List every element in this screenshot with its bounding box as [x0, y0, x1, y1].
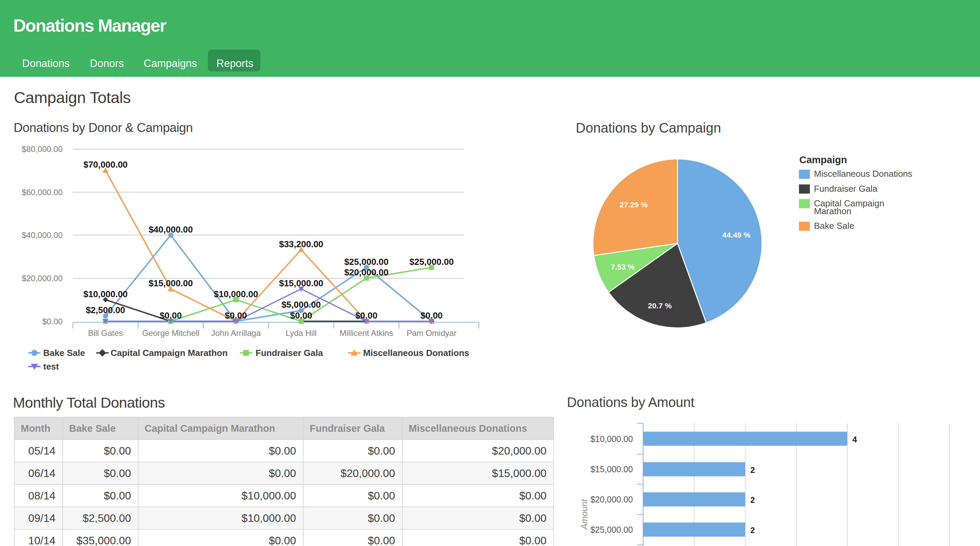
svg-text:Capital Campaign Marathon: Capital Campaign Marathon — [111, 348, 228, 358]
svg-text:2: 2 — [750, 495, 755, 505]
svg-text:$15,000.00: $15,000.00 — [590, 464, 633, 474]
svg-text:$20,000.00: $20,000.00 — [590, 495, 633, 504]
svg-text:$0.00: $0.00 — [225, 310, 247, 321]
svg-text:4: 4 — [853, 435, 857, 444]
svg-text:$25,000.00: $25,000.00 — [590, 525, 633, 535]
svg-text:$10,000.00: $10,000.00 — [590, 434, 633, 444]
svg-text:$10,000.00: $10,000.00 — [83, 289, 127, 299]
svg-text:2: 2 — [750, 525, 755, 535]
svg-text:$25,000.00: $25,000.00 — [344, 257, 388, 267]
svg-text:George Mitchell: George Mitchell — [142, 329, 199, 338]
svg-text:Lyda Hill: Lyda Hill — [285, 329, 317, 338]
svg-text:$0.00: $0.00 — [42, 317, 63, 326]
svg-text:$5,000.00: $5,000.00 — [282, 300, 321, 310]
svg-text:Miscellaneous Donations: Miscellaneous Donations — [363, 348, 469, 358]
svg-text:44.49 %: 44.49 % — [722, 231, 751, 239]
svg-text:$0.00: $0.00 — [355, 310, 377, 321]
svg-text:$60,000.00: $60,000.00 — [22, 188, 63, 197]
svg-text:$25,000.00: $25,000.00 — [409, 257, 453, 267]
svg-text:$10,000.00: $10,000.00 — [214, 289, 258, 299]
svg-text:Fundraiser Gala: Fundraiser Gala — [256, 348, 323, 358]
svg-text:$80,000.00: $80,000.00 — [22, 144, 63, 154]
svg-text:Bake Sale: Bake Sale — [814, 221, 854, 231]
svg-text:Amount: Amount — [579, 498, 589, 530]
svg-text:$33,200.00: $33,200.00 — [279, 239, 323, 249]
svg-text:2: 2 — [750, 465, 755, 475]
svg-text:$40,000.00: $40,000.00 — [149, 224, 193, 235]
svg-text:20.7 %: 20.7 % — [648, 302, 672, 310]
svg-text:Bake Sale: Bake Sale — [43, 348, 85, 358]
svg-text:$20,000.00: $20,000.00 — [344, 267, 388, 278]
svg-text:$0.00: $0.00 — [290, 310, 312, 321]
svg-text:$40,000.00: $40,000.00 — [22, 230, 63, 240]
svg-text:Miscellaneous Donations: Miscellaneous Donations — [814, 168, 912, 179]
svg-text:Fundraiser Gala: Fundraiser Gala — [814, 184, 878, 194]
svg-text:$70,000.00: $70,000.00 — [83, 159, 127, 170]
svg-text:$20,000.00: $20,000.00 — [22, 274, 63, 283]
svg-text:$2,500.00: $2,500.00 — [86, 305, 125, 315]
svg-text:27.29 %: 27.29 % — [620, 201, 648, 209]
svg-text:$0.00: $0.00 — [159, 310, 182, 321]
svg-text:Millicent Atkins: Millicent Atkins — [340, 329, 393, 338]
svg-text:$0.00: $0.00 — [421, 310, 443, 321]
svg-text:$15,000.00: $15,000.00 — [279, 278, 323, 288]
svg-text:7.53 %: 7.53 % — [611, 263, 635, 271]
svg-text:Campaign: Campaign — [799, 154, 847, 165]
svg-text:Marathon: Marathon — [814, 206, 851, 216]
svg-text:Pam Omidyar: Pam Omidyar — [407, 329, 457, 338]
svg-text:Bill Gates: Bill Gates — [88, 329, 123, 338]
svg-text:test: test — [43, 361, 59, 371]
svg-text:$15,000.00: $15,000.00 — [149, 278, 193, 288]
svg-text:John Arrillaga: John Arrillaga — [211, 329, 261, 338]
